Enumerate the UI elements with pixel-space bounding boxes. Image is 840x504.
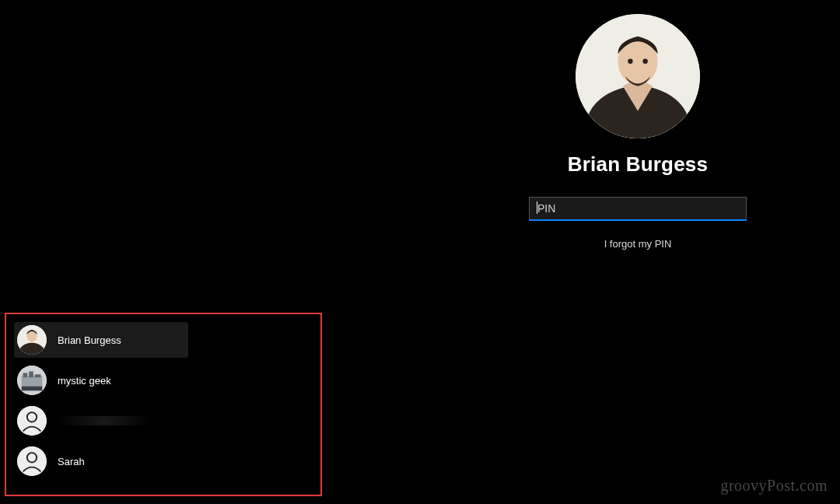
pin-input[interactable] — [529, 197, 747, 221]
user-item-redacted[interactable] — [14, 403, 188, 439]
user-item-sarah[interactable]: Sarah — [14, 443, 188, 479]
user-label: Brian Burgess — [58, 334, 121, 346]
watermark-text: groovyPost.com — [720, 477, 828, 495]
svg-rect-10 — [22, 376, 43, 386]
svg-point-4 — [628, 59, 632, 64]
person-icon — [17, 446, 47, 476]
avatar-image — [576, 14, 700, 138]
text-caret — [537, 201, 537, 214]
user-label-redacted — [58, 416, 151, 425]
user-label: mystic geek — [58, 375, 111, 387]
svg-rect-11 — [23, 373, 28, 378]
avatar-icon — [17, 366, 47, 395]
avatar-icon — [17, 325, 47, 355]
svg-point-15 — [17, 406, 47, 436]
svg-rect-12 — [29, 372, 33, 378]
svg-rect-13 — [35, 374, 41, 377]
forgot-pin-link[interactable]: I forgot my PIN — [604, 238, 672, 250]
pin-field-wrap — [529, 197, 747, 221]
login-panel: Brian Burgess I forgot my PIN — [443, 14, 832, 250]
user-avatar-large — [576, 14, 700, 138]
user-item-brian-burgess[interactable]: Brian Burgess — [14, 322, 188, 358]
svg-point-5 — [642, 59, 647, 64]
user-switcher-panel: Brian Burgess mystic geek — [5, 313, 322, 496]
svg-rect-14 — [22, 387, 43, 391]
user-label: Sarah — [58, 456, 85, 467]
user-item-mystic-geek[interactable]: mystic geek — [14, 362, 188, 398]
svg-point-17 — [17, 446, 47, 476]
person-icon — [17, 406, 47, 436]
display-name: Brian Burgess — [568, 152, 708, 177]
